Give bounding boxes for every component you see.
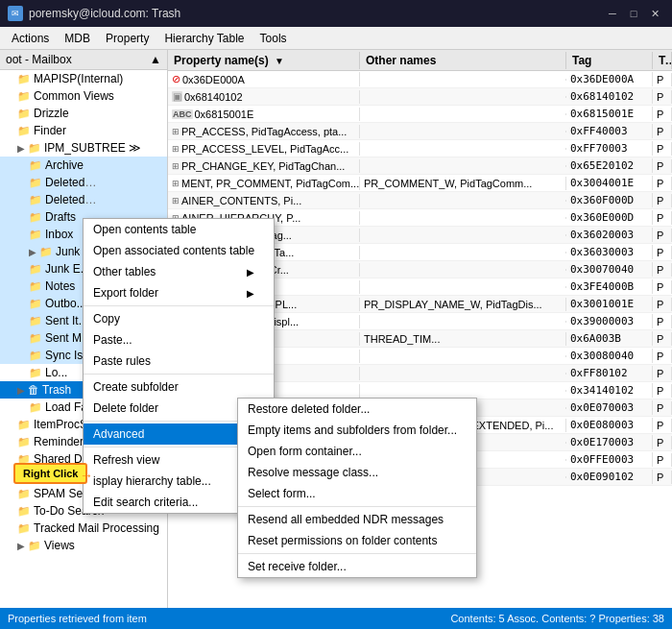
ctx-open-assoc[interactable]: Open associated contents table <box>84 240 274 261</box>
col-type[interactable]: Ty <box>653 52 672 69</box>
menu-property[interactable]: Property <box>98 30 156 47</box>
tree-item-common-views[interactable]: 📁Common Views <box>0 87 167 105</box>
maximize-button[interactable]: □ <box>624 4 643 23</box>
separator <box>238 553 476 554</box>
ctx-open-contents[interactable]: Open contents table <box>84 219 274 240</box>
ctx-other-tables[interactable]: Other tables▶ <box>84 261 274 282</box>
sub-ctx-resolve[interactable]: Resolve message class... <box>238 462 476 483</box>
ctx-copy[interactable]: Copy <box>84 308 274 329</box>
status-left: Properties retrieved from item <box>8 613 147 624</box>
menu-tools[interactable]: Tools <box>252 30 295 47</box>
menu-mdb[interactable]: MDB <box>57 30 98 47</box>
table-row[interactable]: ▣ 0x68140102 0x68140102 P <box>168 88 672 106</box>
tree-item-views[interactable]: ▶📁Views <box>0 537 167 554</box>
separator <box>84 305 274 306</box>
app-icon: ✉ <box>8 6 23 21</box>
table-row[interactable]: ⊞ PR_CHANGE_KEY, PidTagChan... 0x65E2010… <box>168 157 672 175</box>
col-other-names[interactable]: Other names <box>360 52 566 69</box>
status-bar: Properties retrieved from item Contents:… <box>0 608 672 629</box>
status-right: Contents: 5 Assoc. Contents: ? Propertie… <box>450 613 664 624</box>
col-property-name[interactable]: Property name(s) ▼ <box>168 52 360 69</box>
main-area: oot - Mailbox ▲ 📁MAPISP(Internal) 📁Commo… <box>0 50 672 608</box>
table-row[interactable]: ⊘ 0x36DE000A 0x36DE000A P <box>168 71 672 88</box>
ctx-paste[interactable]: Paste... <box>84 329 274 351</box>
right-click-label: Right Click <box>13 463 87 484</box>
separator <box>238 506 476 507</box>
grid-icon: ⊞ <box>172 161 180 171</box>
minimize-button[interactable]: ─ <box>603 4 622 23</box>
sub-ctx-reset-perms[interactable]: Reset permissions on folder contents <box>238 530 476 551</box>
grid-icon: ⊞ <box>172 144 180 154</box>
table-row[interactable]: ⊞ AINER_CONTENTS, Pi... 0x360F000D P <box>168 192 672 209</box>
property-header: Property name(s) ▼ Other names Tag Ty <box>168 50 672 71</box>
grid-icon: ⊞ <box>172 179 180 188</box>
menu-hierarchy[interactable]: Hierarchy Table <box>156 30 252 47</box>
sub-ctx-set-receive[interactable]: Set receive folder... <box>238 556 476 577</box>
table-row[interactable]: ⊞ MENT, PR_COMMENT, PidTagCom... PR_COMM… <box>168 175 672 192</box>
tree-item-drizzle[interactable]: 📁Drizzle <box>0 105 167 122</box>
window-title: poremsky@icloud.com: Trash <box>29 7 180 20</box>
sub-ctx-open-form[interactable]: Open form container... <box>238 441 476 462</box>
ctx-export-folder[interactable]: Export folder▶ <box>84 282 274 303</box>
close-button[interactable]: ✕ <box>645 4 664 23</box>
tree-item-tracked[interactable]: 📁Tracked Mail Processing <box>0 520 167 537</box>
separator <box>84 374 274 375</box>
sub-context-menu: Restore deleted folder... Empty items an… <box>237 398 477 578</box>
table-row[interactable]: ⊞ PR_ACCESS, PidTagAccess, pta... 0xFF40… <box>168 123 672 140</box>
tree-item-archive[interactable]: 📁Archive <box>0 157 167 174</box>
prop-icon: ▣ <box>172 91 182 102</box>
tree-item-deleted2[interactable]: 📁Deleted… <box>0 191 167 208</box>
sub-ctx-empty[interactable]: Empty items and subfolders from folder..… <box>238 420 476 441</box>
sub-ctx-resend[interactable]: Resend all embedded NDR messages <box>238 509 476 530</box>
tree-item-finder[interactable]: 📁Finder <box>0 122 167 139</box>
tree-header: oot - Mailbox ▲ <box>0 50 167 70</box>
tree-item-mapisp[interactable]: 📁MAPISP(Internal) <box>0 70 167 87</box>
right-click-arrow: → <box>80 468 93 483</box>
table-row[interactable]: ⊞ PR_ACCESS_LEVEL, PidTagAcc... 0xFF7000… <box>168 140 672 157</box>
sub-ctx-restore[interactable]: Restore deleted folder... <box>238 399 476 420</box>
table-row[interactable]: ABC 0x6815001E 0x6815001E P <box>168 106 672 123</box>
sub-ctx-select-form[interactable]: Select form... <box>238 483 476 504</box>
error-icon: ⊘ <box>172 73 180 85</box>
tree-header-text: oot - Mailbox <box>6 53 72 66</box>
grid-icon: ⊞ <box>172 127 180 136</box>
tree-item-ipm[interactable]: ▶📁IPM_SUBTREE ≫ <box>0 139 167 157</box>
menu-actions[interactable]: Actions <box>4 30 57 47</box>
ctx-paste-rules[interactable]: Paste rules <box>84 351 274 372</box>
menu-bar: Actions MDB Property Hierarchy Table Too… <box>0 27 672 50</box>
title-bar: ✉ poremsky@icloud.com: Trash ─ □ ✕ <box>0 0 672 27</box>
col-tag[interactable]: Tag <box>566 52 653 69</box>
window-controls[interactable]: ─ □ ✕ <box>603 4 664 23</box>
abc-icon: ABC <box>172 109 193 119</box>
grid-icon: ⊞ <box>172 196 180 206</box>
tree-item-deleted1[interactable]: 📁Deleted… <box>0 174 167 191</box>
ctx-create-subfolder[interactable]: Create subfolder <box>84 376 274 398</box>
tree-scroll-arrow: ▲ <box>150 53 161 66</box>
